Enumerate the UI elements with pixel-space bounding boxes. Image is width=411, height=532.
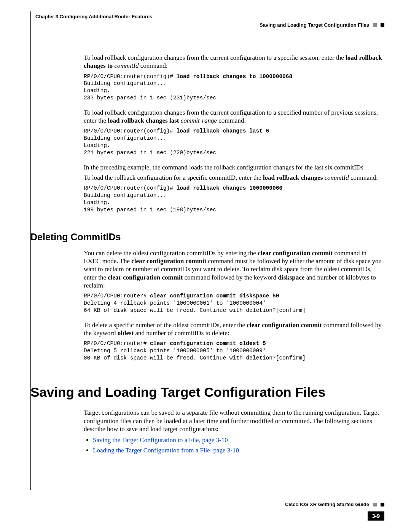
cmd-arg: commitId	[325, 174, 349, 181]
output: Deleting 5 rollback points '1000000005' …	[84, 348, 306, 361]
heading-saving-loading: Saving and Loading Target Configuration …	[30, 384, 384, 401]
code-block-2: RP/0/0/CPU0:router(config)# load rollbac…	[84, 128, 384, 156]
code-block-3: RP/0/0/CPU0:router(config)# load rollbac…	[84, 185, 384, 213]
keyword: oldest	[118, 329, 134, 337]
page-footer: Cisco IOS XR Getting Started Guide 3-9	[30, 508, 384, 509]
cmd: load rollback changes last 6	[177, 128, 269, 134]
page-content: To load rollback configuration changes f…	[84, 29, 384, 455]
list-item: Loading the Target Configuration from a …	[93, 446, 384, 454]
text: To delete a specific number of the oldes…	[84, 321, 247, 329]
prompt: RP/0/0/CPU0:router(config)#	[84, 128, 177, 134]
decor-square-grey-icon	[373, 503, 377, 506]
para-delete-intro: You can delete the oldest configuration …	[84, 249, 384, 289]
prompt: RP/0/0/CPU0:router(config)#	[84, 185, 177, 191]
text: To load rollback configuration changes f…	[84, 54, 346, 61]
header-section: Saving and Loading Target Configuration …	[260, 22, 369, 28]
list-item: Saving the Target Configuration to a Fil…	[93, 436, 384, 444]
para-load-last: To load rollback configuration changes f…	[84, 109, 384, 125]
para-load-commitid: To load the rollback configuration for a…	[84, 174, 384, 182]
footer-rule	[35, 509, 384, 509]
text: command:	[139, 62, 168, 69]
cmd: load rollback changes 1000000060	[177, 185, 282, 191]
header-rule	[65, 20, 384, 20]
cmd-arg: commit-range	[181, 117, 217, 124]
code-block-1: RP/0/0/CPU0:router(config)# load rollbac…	[84, 73, 384, 102]
xref-list: Saving the Target Configuration to a Fil…	[84, 436, 384, 455]
output: Building configuration... Loading. 199 b…	[84, 192, 216, 213]
link-save-target[interactable]: Saving the Target Configuration to a Fil…	[93, 436, 228, 444]
prompt: RP/0/0/CPU0:router#	[84, 340, 150, 347]
text: command followed by the keyword	[183, 274, 278, 281]
cmd-arg: commitId	[114, 62, 139, 69]
cmd-bold: load rollback changes	[263, 174, 323, 181]
prompt: RP/0/0/CPU0:router(config)#	[84, 73, 177, 80]
page-number: 3-9	[368, 511, 384, 521]
para-save-load-intro: Target configurations can be saved to a …	[84, 409, 384, 433]
cmd-bold: load rollback changes last	[108, 117, 179, 124]
cmd-bold: clear configuration commit	[108, 274, 183, 281]
decor-square-black-icon	[381, 503, 384, 506]
output: Building configuration... Loading. 233 b…	[84, 80, 216, 101]
output: Deleting 4 rollback points '1000000001' …	[84, 300, 306, 313]
cmd: clear configuration commit diskspace 50	[150, 293, 279, 299]
link-load-target[interactable]: Loading the Target Configuration from a …	[93, 447, 239, 454]
footer-guide-title: Cisco IOS XR Getting Started Guide	[285, 502, 369, 507]
cmd: load rollback changes to 1000000068	[177, 73, 293, 80]
code-block-5: RP/0/0/CPU0:router# clear configuration …	[84, 340, 384, 362]
heading-deleting-commitids: Deleting CommitIDs	[30, 231, 384, 243]
prompt: RP/0/0/CPU0:router#	[84, 293, 150, 299]
text: To load the rollback configuration for a…	[84, 174, 263, 181]
header-chapter: Chapter 3 Configuring Additional Router …	[35, 14, 152, 19]
keyword: diskspace	[278, 274, 305, 281]
para-load-to: To load rollback configuration changes f…	[84, 54, 384, 70]
decor-square-black-icon	[381, 23, 384, 27]
text: You can delete the oldest configuration …	[84, 249, 258, 257]
page-header: Chapter 3 Configuring Additional Router …	[30, 11, 384, 29]
code-block-4: RP/0/0/CPU0:router# clear configuration …	[84, 292, 384, 314]
para-delete-oldest: To delete a specific number of the oldes…	[84, 321, 384, 337]
cmd-bold: clear configuration commit	[247, 321, 322, 329]
cmd-bold: clear configuration commit	[258, 249, 333, 257]
text: command:	[217, 117, 246, 124]
decor-square-grey-icon	[373, 23, 377, 27]
vertical-rule	[30, 11, 31, 490]
para-example-note: In the preceding example, the command lo…	[84, 163, 384, 171]
text: command:	[349, 174, 378, 181]
output: Building configuration... Loading. 221 b…	[84, 135, 216, 156]
cmd: clear configuration commit oldest 5	[150, 340, 266, 347]
text: and number of commitIDs to delete:	[134, 329, 229, 337]
cmd-bold: clear configuration commit	[131, 257, 206, 265]
